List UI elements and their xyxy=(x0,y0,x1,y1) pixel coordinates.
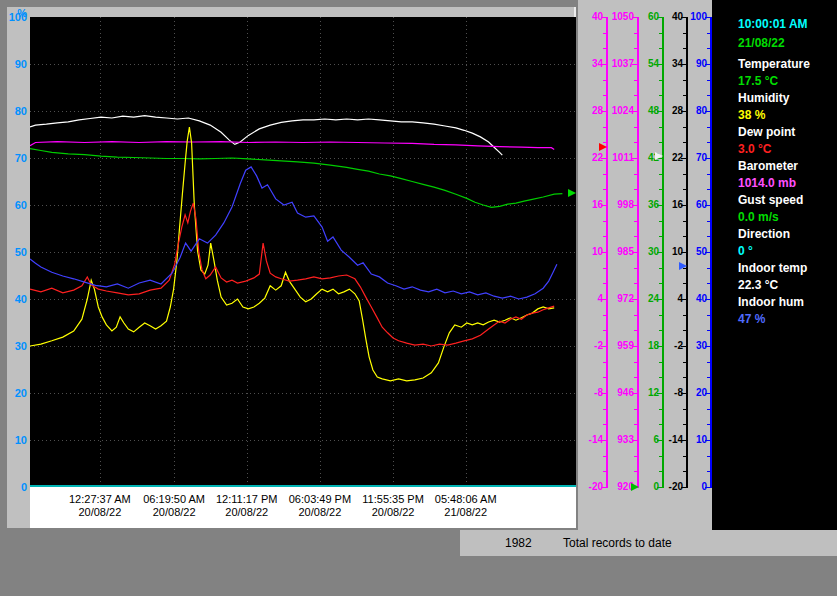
scale-minor-tick xyxy=(603,80,606,81)
barometer-scale-tick-label: 1024 xyxy=(608,106,634,116)
reading-value: 22.3 °C xyxy=(738,278,837,295)
scale-major-tick xyxy=(601,111,606,112)
y-tick-label: 100 xyxy=(9,11,27,23)
scale-major-tick xyxy=(681,393,686,394)
scale-minor-tick xyxy=(707,127,710,128)
scale-major-tick xyxy=(657,252,662,253)
scale-major-tick xyxy=(601,346,606,347)
barometer-scale-tick-label: 1011 xyxy=(608,153,634,163)
scale-major-tick xyxy=(657,17,662,18)
current-date: 21/08/22 xyxy=(738,36,837,57)
total-records-count: 1982 xyxy=(505,536,532,550)
scale-minor-tick xyxy=(659,48,662,49)
reading-label: Barometer xyxy=(738,159,837,176)
y-tick-label: 30 xyxy=(15,340,27,352)
temperature-scale-tick-label: 34 xyxy=(580,59,603,69)
scale-minor-tick xyxy=(659,80,662,81)
temperature-scale-tick-label: 22 xyxy=(580,153,603,163)
scale-minor-tick xyxy=(634,471,637,472)
scale-minor-tick xyxy=(603,362,606,363)
scale-minor-tick xyxy=(683,142,686,143)
scale-minor-tick xyxy=(683,330,686,331)
reading-label: Dew point xyxy=(738,125,837,142)
barometer-scale-pointer-icon xyxy=(599,143,607,151)
scale-major-tick xyxy=(632,158,637,159)
scale-major-tick xyxy=(632,252,637,253)
scale-major-tick xyxy=(705,252,710,253)
barometer-scale-tick-label: 933 xyxy=(608,435,634,445)
scale-major-tick xyxy=(705,158,710,159)
scale-minor-tick xyxy=(707,330,710,331)
temperature-scale-tick-label: 40 xyxy=(580,12,603,22)
y-tick-label: 80 xyxy=(15,105,27,117)
y-tick-label: 60 xyxy=(15,199,27,211)
reading-value: 0 ° xyxy=(738,244,837,261)
y-axis: % 1009080706050403020100 xyxy=(7,7,30,487)
scale-minor-tick xyxy=(683,174,686,175)
scale-minor-tick xyxy=(683,80,686,81)
scale-minor-tick xyxy=(634,377,637,378)
scale-minor-tick xyxy=(659,456,662,457)
scale-major-tick xyxy=(705,205,710,206)
temperature-scale-tick-label: 16 xyxy=(580,200,603,210)
scale-minor-tick xyxy=(707,174,710,175)
scale-minor-tick xyxy=(603,189,606,190)
scale-minor-tick xyxy=(707,268,710,269)
plot-area[interactable] xyxy=(30,17,576,487)
reading-label: Temperature xyxy=(738,57,837,74)
scale-minor-tick xyxy=(634,409,637,410)
scale-minor-tick xyxy=(634,330,637,331)
x-tick-label: 05:48:06 AM21/08/22 xyxy=(418,493,514,519)
temperature-scale-2-pointer-icon xyxy=(655,152,663,160)
scale-minor-tick xyxy=(683,409,686,410)
gust-speed-scale-pointer-icon xyxy=(631,483,639,491)
scale-minor-tick xyxy=(603,268,606,269)
temperature-scale-tick-label: -14 xyxy=(580,435,603,445)
reading-label: Direction xyxy=(738,227,837,244)
scale-major-tick xyxy=(705,440,710,441)
reading-label: Humidity xyxy=(738,91,837,108)
scale-minor-tick xyxy=(659,268,662,269)
scale-minor-tick xyxy=(683,315,686,316)
scale-major-tick xyxy=(601,487,606,488)
x-tick-time: 05:48:06 AM xyxy=(418,493,514,506)
scale-minor-tick xyxy=(603,330,606,331)
barometer-scale-tick-label: 1050 xyxy=(608,12,634,22)
scale-major-tick xyxy=(657,205,662,206)
scale-minor-tick xyxy=(683,236,686,237)
scale-minor-tick xyxy=(707,409,710,410)
barometer-scale-tick-label: 946 xyxy=(608,388,634,398)
y-tick-label: 40 xyxy=(15,293,27,305)
scale-minor-tick xyxy=(603,95,606,96)
scale-major-tick xyxy=(601,158,606,159)
weather-display-window: % 1009080706050403020100 12:27:37 AM20/0… xyxy=(0,0,837,596)
scale-minor-tick xyxy=(603,456,606,457)
scale-minor-tick xyxy=(603,48,606,49)
reading-value: 38 % xyxy=(738,108,837,125)
scale-minor-tick xyxy=(707,456,710,457)
scale-major-tick xyxy=(632,393,637,394)
y-tick-label: 90 xyxy=(15,58,27,70)
readings-list: Temperature17.5 °CHumidity38 %Dew point3… xyxy=(738,57,837,329)
scale-major-tick xyxy=(705,111,710,112)
scale-minor-tick xyxy=(707,424,710,425)
scale-major-tick xyxy=(705,346,710,347)
scale-minor-tick xyxy=(659,221,662,222)
total-records-label: Total records to date xyxy=(563,536,672,550)
scale-major-tick xyxy=(657,64,662,65)
scale-minor-tick xyxy=(707,283,710,284)
scale-minor-tick xyxy=(603,409,606,410)
scale-minor-tick xyxy=(634,268,637,269)
scale-minor-tick xyxy=(659,424,662,425)
trace-temperature xyxy=(30,149,562,208)
trace-indoor-humidity xyxy=(30,167,557,299)
scale-minor-tick xyxy=(683,456,686,457)
scale-minor-tick xyxy=(683,189,686,190)
y-tick-label: 20 xyxy=(15,387,27,399)
scale-minor-tick xyxy=(659,142,662,143)
scale-major-tick xyxy=(681,346,686,347)
scale-minor-tick xyxy=(683,95,686,96)
reading-label: Gust speed xyxy=(738,193,837,210)
barometer-scale-tick-label: 959 xyxy=(608,341,634,351)
reading-value: 0.0 m/s xyxy=(738,210,837,227)
